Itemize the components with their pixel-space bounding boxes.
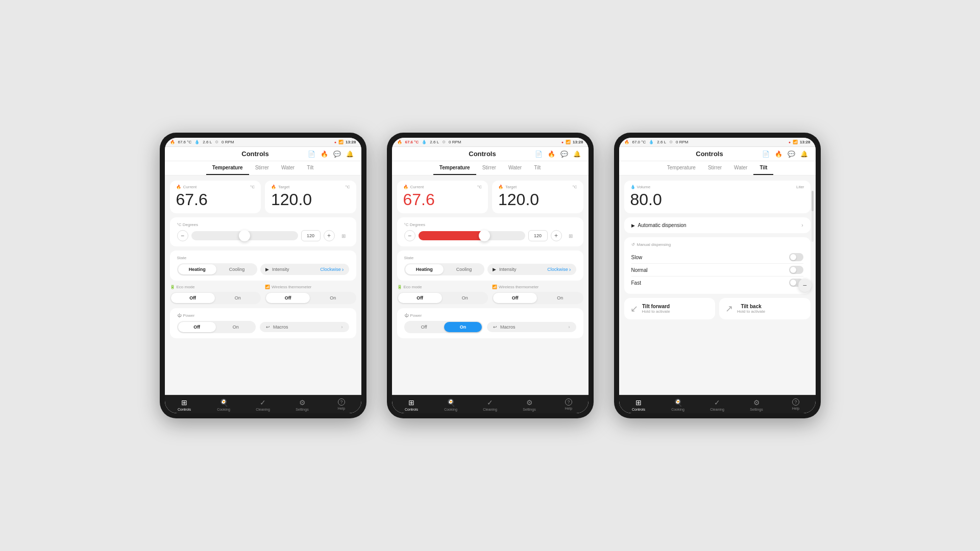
status-bar-3: 🔥 67.0 °C 💧 2.6 L ⚙ 0 RPM ● 📶 13:28 — [619, 138, 816, 147]
tab-stirrer-3[interactable]: Stirrer — [702, 161, 728, 175]
eco-off-btn-1[interactable]: Off — [171, 293, 215, 303]
intensity-row-1[interactable]: ▶ Intensity Clockwise › — [260, 264, 349, 275]
time-2: 13:28 — [573, 140, 583, 144]
slider-track-1[interactable] — [191, 231, 298, 240]
bell-icon-1[interactable]: 🔔 — [346, 151, 354, 158]
wireless-toggle-1: Off On — [265, 292, 356, 304]
nav-cleaning-icon-1: ✓ — [260, 398, 266, 407]
bell-icon-2[interactable]: 🔔 — [573, 151, 581, 158]
grid-icon-1[interactable]: ⊞ — [338, 230, 349, 241]
eco-label-1: Eco mode — [177, 285, 195, 289]
volume-label-text: Volume — [637, 185, 651, 189]
tab-temperature-1[interactable]: Temperature — [206, 161, 249, 175]
nav-cleaning-2[interactable]: ✓ Cleaning — [471, 395, 510, 413]
slider-minus-2[interactable]: − — [404, 230, 415, 241]
nav-settings-label-3: Settings — [750, 408, 763, 411]
tab-water-3[interactable]: Water — [728, 161, 753, 175]
tab-stirrer-2[interactable]: Stirrer — [476, 161, 502, 175]
nav-tabs-3: Temperature Stirrer Water Tilt — [619, 161, 816, 176]
macros-btn-2[interactable]: ↩ Macros › — [487, 322, 576, 332]
eco-wireless-row-1: 🔋 Eco mode Off On 📶 Wireless thermometer… — [170, 285, 356, 304]
temp-status-1: 67.6 °C — [178, 140, 192, 144]
tab-water-2[interactable]: Water — [502, 161, 528, 175]
tab-water-1[interactable]: Water — [275, 161, 301, 175]
slider-value-1: 120 — [301, 230, 321, 241]
slider-track-2[interactable] — [419, 231, 525, 240]
tab-tilt-1[interactable]: Tilt — [301, 161, 320, 175]
tablet-1-screen: 🔥 67.6 °C 💧 2.6 L ⚙ 0 RPM ● 📶 13:28 Cont… — [165, 138, 361, 413]
heating-btn-1[interactable]: Heating — [178, 264, 217, 274]
power-off-btn-2[interactable]: Off — [405, 322, 443, 332]
cooling-btn-2[interactable]: Cooling — [445, 264, 483, 274]
minus-float-btn[interactable]: − — [798, 279, 812, 292]
nav-cleaning-1[interactable]: ✓ Cleaning — [243, 395, 283, 413]
wifi-small-icon-1: 📶 — [265, 285, 270, 289]
wifi-icon-3: 📶 — [793, 140, 798, 144]
tilt-back-btn[interactable]: ↗ Tilt back Hold to activate — [719, 298, 811, 319]
current-unit-2: °C — [477, 185, 482, 189]
eco-icon-1: 🔋 — [170, 285, 175, 289]
nav-settings-3[interactable]: ⚙ Settings — [737, 395, 776, 413]
bell-icon-3[interactable]: 🔔 — [800, 151, 808, 158]
heating-btn-2[interactable]: Heating — [405, 264, 444, 274]
rpm-status-2: 0 RPM — [449, 140, 461, 144]
chat-icon-3[interactable]: 💬 — [788, 151, 795, 158]
tab-temperature-3[interactable]: Temperature — [661, 161, 702, 175]
nav-help-1[interactable]: ? Help — [322, 395, 361, 413]
grid-icon-2[interactable]: ⊞ — [565, 230, 576, 241]
flame-header-icon-3[interactable]: 🔥 — [775, 151, 782, 158]
speed-slow-toggle[interactable] — [789, 253, 803, 261]
flame-header-icon-2[interactable]: 🔥 — [548, 151, 555, 158]
nav-help-2[interactable]: ? Help — [549, 395, 589, 413]
power-off-btn-1[interactable]: Off — [178, 322, 216, 332]
tab-tilt-3[interactable]: Tilt — [753, 161, 773, 175]
nav-cooking-1[interactable]: 🍳 Cooking — [204, 395, 243, 413]
slider-plus-2[interactable]: + — [551, 230, 562, 241]
nav-settings-icon-3: ⚙ — [753, 398, 760, 407]
doc-icon-2[interactable]: 📄 — [535, 151, 543, 158]
wireless-off-btn-2[interactable]: Off — [493, 293, 537, 303]
wireless-off-btn-1[interactable]: Off — [266, 293, 310, 303]
tab-temperature-2[interactable]: Temperature — [433, 161, 476, 175]
nav-settings-2[interactable]: ⚙ Settings — [510, 395, 549, 413]
power-label-2: Power — [410, 313, 422, 318]
doc-icon-1[interactable]: 📄 — [308, 151, 315, 158]
eco-group-2: 🔋 Eco mode Off On — [397, 285, 488, 304]
nav-cooking-3[interactable]: 🍳 Cooking — [658, 395, 698, 413]
nav-controls-2[interactable]: ⊞ Controls — [392, 395, 431, 413]
tilt-forward-btn[interactable]: ↙ Tilt forward Hold to activate — [624, 298, 716, 319]
eco-on-btn-2[interactable]: On — [443, 293, 487, 303]
flame-header-icon-1[interactable]: 🔥 — [321, 151, 328, 158]
doc-icon-3[interactable]: 📄 — [762, 151, 770, 158]
wireless-on-btn-1[interactable]: On — [311, 293, 355, 303]
nav-controls-1[interactable]: ⊞ Controls — [165, 395, 204, 413]
tablet-2-screen: 🔥 67.6 °C 💧 2.6 L ⚙ 0 RPM ● 📶 13:28 Cont… — [392, 138, 589, 413]
nav-cooking-2[interactable]: 🍳 Cooking — [431, 395, 471, 413]
tab-tilt-2[interactable]: Tilt — [528, 161, 547, 175]
nav-settings-icon-2: ⚙ — [526, 398, 533, 407]
nav-controls-3[interactable]: ⊞ Controls — [619, 395, 658, 413]
nav-settings-1[interactable]: ⚙ Settings — [283, 395, 322, 413]
macros-btn-1[interactable]: ↩ Macros › — [260, 322, 349, 332]
nav-help-3[interactable]: ? Help — [776, 395, 816, 413]
power-on-btn-1[interactable]: On — [217, 322, 255, 332]
nav-help-icon-1: ? — [338, 398, 345, 406]
slider-minus-1[interactable]: − — [177, 230, 188, 241]
eco-on-btn-1[interactable]: On — [216, 293, 260, 303]
heating-cooling-toggle-2: Heating Cooling — [404, 263, 485, 276]
intensity-row-2[interactable]: ▶ Intensity Clockwise › — [487, 264, 576, 275]
temp-row-2: 🔥 Current °C 67.6 🔥 Target °C 120.0 — [397, 181, 583, 213]
cooling-btn-1[interactable]: Cooling — [217, 264, 256, 274]
chat-icon-2[interactable]: 💬 — [560, 151, 568, 158]
chat-icon-1[interactable]: 💬 — [333, 151, 341, 158]
tab-stirrer-1[interactable]: Stirrer — [249, 161, 275, 175]
play-icon-2: ▶ — [493, 267, 496, 272]
slider-plus-1[interactable]: + — [324, 230, 335, 241]
nav-cleaning-3[interactable]: ✓ Cleaning — [698, 395, 737, 413]
speed-normal-toggle[interactable] — [789, 266, 803, 274]
eco-off-btn-2[interactable]: Off — [398, 293, 442, 303]
power-on-btn-2[interactable]: On — [444, 322, 482, 332]
tilt-forward-sub: Hold to activate — [642, 309, 670, 314]
wireless-on-btn-2[interactable]: On — [538, 293, 582, 303]
auto-dispense-row[interactable]: ▶ Automatic dispension › — [624, 217, 811, 233]
